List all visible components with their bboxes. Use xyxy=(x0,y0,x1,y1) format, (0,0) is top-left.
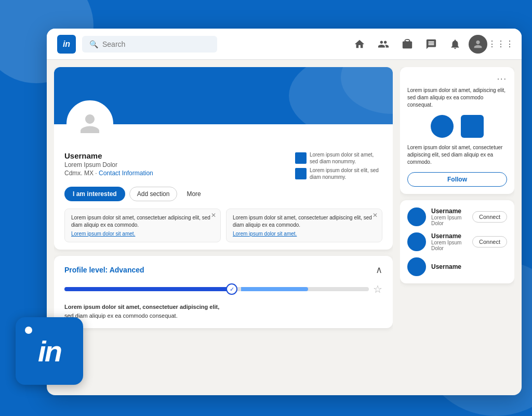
add-section-button[interactable]: Add section xyxy=(129,187,178,201)
sidebar-logos xyxy=(407,115,507,138)
progress-fill-light xyxy=(241,287,308,291)
network-nav-button[interactable] xyxy=(373,34,394,55)
profile-nav-button[interactable] xyxy=(469,35,487,54)
linkedin-logo-decoration: in xyxy=(16,317,83,385)
person-row-1: Username Lorem Ipsum Dolor Connect xyxy=(407,207,507,226)
banner-wave xyxy=(227,67,393,124)
person-name-2: Username xyxy=(431,232,467,240)
navbar: in 🔍 ⋮⋮⋮ xyxy=(47,29,522,60)
sidebar-ad-card: ··· Lorem ipsum dolor sit amet, adipisci… xyxy=(400,67,514,194)
connect-button-2[interactable]: Connect xyxy=(472,236,507,248)
profile-info-row: Username Lorem Ipsum Dolor Cdmx. MX · Co… xyxy=(54,147,393,187)
profile-level-description: Lorem ipsum dolor sit amet, consectetuer… xyxy=(64,303,382,320)
ad-card-desc: Lorem ipsum dolor sit amet, consectetuer… xyxy=(407,144,507,166)
person-row-3: Username xyxy=(407,257,507,276)
search-input[interactable] xyxy=(102,40,210,48)
profile-location: Cdmx. MX · Contact Information xyxy=(64,170,287,177)
notif-text-2: Lorem ipsum dolor sit amet, consectetuer… xyxy=(233,214,376,229)
person-title-1: Lorem Ipsum Dolor xyxy=(431,215,467,226)
notif-card-1: ✕ Lorem ipsum dolor sit amet, consectetu… xyxy=(64,209,221,242)
person-avatar-2 xyxy=(407,232,426,251)
nav-icons-group: ⋮⋮⋮ xyxy=(349,34,511,55)
person-info-3: Username xyxy=(431,263,507,270)
messaging-nav-button[interactable] xyxy=(421,34,442,55)
progress-check-icon: ✓ xyxy=(226,283,237,295)
profile-username: Username xyxy=(64,151,287,160)
star-icon[interactable]: ☆ xyxy=(373,283,382,295)
profile-avatar xyxy=(66,100,113,147)
notif-card-2: ✕ Lorem ipsum dolor sit amet, consectetu… xyxy=(226,209,382,242)
notif-link-1[interactable]: Lorem ipsum dolor sit amet. xyxy=(71,231,214,237)
search-icon: 🔍 xyxy=(89,40,98,48)
profile-column: Username Lorem Ipsum Dolor Cdmx. MX · Co… xyxy=(54,67,393,388)
people-suggestions-card: Username Lorem Ipsum Dolor Connect Usern… xyxy=(400,200,514,283)
stat-bar-2 xyxy=(295,168,307,179)
profile-card: Username Lorem Ipsum Dolor Cdmx. MX · Co… xyxy=(54,67,393,250)
person-info-2: Username Lorem Ipsum Dolor xyxy=(431,232,467,251)
progress-fill-dark xyxy=(64,287,232,291)
profile-title: Lorem Ipsum Dolor xyxy=(64,161,287,168)
profile-level-card: Profile level: Advanced ∧ ✓ ☆ Lorem ipsu… xyxy=(54,256,393,328)
person-name-3: Username xyxy=(431,263,507,270)
stat-item-1: Lorem ipsum dolor sit amet, sed diam non… xyxy=(295,151,382,165)
level-desc: sed diam aliquip ex ea commodo consequat… xyxy=(64,313,178,319)
linkedin-nav-logo[interactable]: in xyxy=(57,35,76,54)
home-nav-button[interactable] xyxy=(349,34,370,55)
ad-options-button[interactable]: ··· xyxy=(497,74,507,84)
interested-button[interactable]: I am interested xyxy=(64,187,125,201)
stat-text-2: Lorem ipsum dolor sit elit, sed diam non… xyxy=(310,167,382,180)
profile-stats: Lorem ipsum dolor sit amet, sed diam non… xyxy=(295,151,382,180)
profile-avatar-container xyxy=(66,100,113,147)
nav-logo-text: in xyxy=(63,40,70,49)
progress-bar-container: ✓ ☆ xyxy=(64,283,382,295)
stat-item-2: Lorem ipsum dolor sit elit, sed diam non… xyxy=(295,167,382,180)
ad-card-header: ··· xyxy=(407,74,507,84)
ad-logo-circle xyxy=(431,115,454,138)
search-container: 🔍 xyxy=(82,36,217,53)
location-text: Cdmx. MX xyxy=(64,170,94,177)
more-button[interactable]: More xyxy=(181,187,206,201)
profile-level-title: Profile level: Advanced xyxy=(64,266,144,274)
person-info-1: Username Lorem Ipsum Dolor xyxy=(431,207,467,226)
stat-text-1: Lorem ipsum dolor sit amet, sed diam non… xyxy=(310,151,382,165)
progress-track: ✓ xyxy=(64,287,369,291)
person-row-2: Username Lorem Ipsum Dolor Connect xyxy=(407,232,507,251)
contact-info-link[interactable]: Contact Information xyxy=(99,170,153,177)
person-avatar-1 xyxy=(407,207,426,226)
notif-link-2[interactable]: Lorem ipsum dolor sit amet. xyxy=(233,231,376,237)
connect-button-1[interactable]: Connect xyxy=(472,211,507,223)
main-content: Username Lorem Ipsum Dolor Cdmx. MX · Co… xyxy=(47,60,522,395)
logo-in-text: in xyxy=(38,334,61,368)
level-value: Advanced xyxy=(110,266,144,274)
person-avatar-3 xyxy=(407,257,426,276)
profile-level-header: Profile level: Advanced ∧ xyxy=(64,264,382,276)
person-title-2: Lorem Ipsum Dolor xyxy=(431,240,467,251)
ad-logo-square xyxy=(461,115,484,138)
notif-close-2[interactable]: ✕ xyxy=(373,212,378,218)
logo-dot xyxy=(25,327,32,334)
profile-info-left: Username Lorem Ipsum Dolor Cdmx. MX · Co… xyxy=(64,151,287,180)
ad-card-text: Lorem ipsum dolor sit amet, adipiscing e… xyxy=(407,87,507,109)
level-label: Profile level: xyxy=(64,266,108,274)
notifications-nav-button[interactable] xyxy=(445,34,466,55)
collapse-icon[interactable]: ∧ xyxy=(376,264,382,276)
right-sidebar: ··· Lorem ipsum dolor sit amet, adipisci… xyxy=(400,67,514,388)
jobs-nav-button[interactable] xyxy=(397,34,418,55)
follow-button[interactable]: Follow xyxy=(407,172,507,187)
stat-bar-1 xyxy=(295,152,307,164)
notification-cards: ✕ Lorem ipsum dolor sit amet, consectetu… xyxy=(54,209,393,250)
notif-text-1: Lorem ipsum dolor sit amet, consectetuer… xyxy=(71,214,214,229)
profile-actions: I am interested Add section More xyxy=(54,187,393,209)
notif-close-1[interactable]: ✕ xyxy=(211,212,216,218)
level-desc-bold: Lorem ipsum dolor sit amet, consectetuer… xyxy=(64,304,219,310)
browser-window: in 🔍 ⋮⋮⋮ xyxy=(47,29,522,395)
person-name-1: Username xyxy=(431,207,467,215)
apps-nav-button[interactable]: ⋮⋮⋮ xyxy=(490,34,511,55)
